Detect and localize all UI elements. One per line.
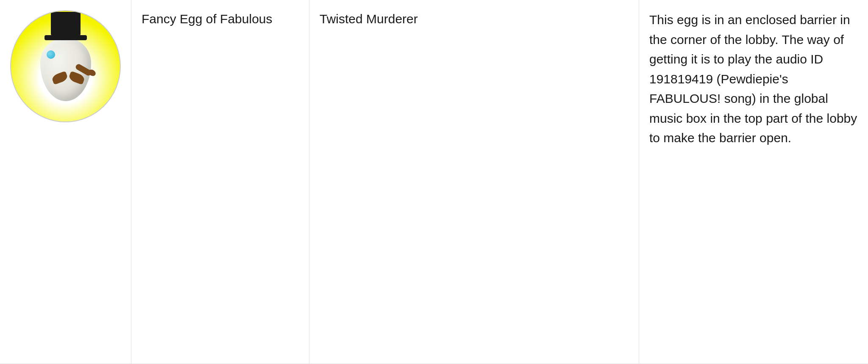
hat-top-icon — [51, 12, 81, 35]
mustache-icon — [52, 73, 84, 83]
gem-icon — [47, 50, 55, 59]
egg-image — [10, 10, 121, 122]
description-text: This egg is in an enclosed barrier in th… — [649, 10, 858, 148]
table-row: Fancy Egg of Fabulous Twisted Murderer T… — [0, 0, 868, 364]
cell-description: This egg is in an enclosed barrier in th… — [639, 0, 868, 364]
game-name-text: Twisted Murderer — [320, 10, 418, 28]
cell-egg-name: Fancy Egg of Fabulous — [131, 0, 309, 364]
cell-image — [0, 0, 131, 364]
cell-game-name: Twisted Murderer — [309, 0, 639, 364]
hat-brim-icon — [45, 35, 87, 40]
egg-name-text: Fancy Egg of Fabulous — [142, 10, 273, 28]
